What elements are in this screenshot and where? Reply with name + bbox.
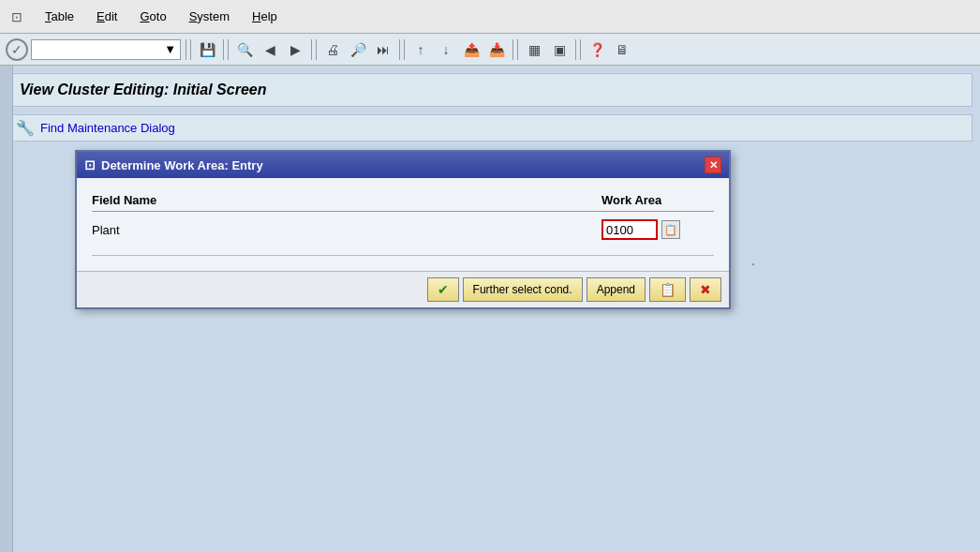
toolbar-separator-4 — [399, 39, 405, 60]
toolbar-prev-btn[interactable]: ◀ — [259, 38, 281, 61]
col-header-work-area: Work Area — [601, 193, 714, 207]
toolbar-separator-2 — [223, 39, 229, 60]
toolbar-print-btn[interactable]: 🖨 — [321, 38, 344, 61]
dialog-table: Field Name Work Area Plant 📋 — [92, 193, 714, 244]
toolbar-down-btn[interactable]: ↓ — [435, 38, 457, 61]
plant-field-label: Plant — [92, 223, 601, 237]
dot-indicator: . — [751, 253, 755, 268]
toolbar-monitor-btn[interactable]: 🖥 — [611, 38, 633, 61]
dialog-content: Field Name Work Area Plant 📋 — [77, 178, 729, 271]
table-row: Plant 📋 — [92, 216, 714, 244]
page-title: View Cluster Editing: Initial Screen — [20, 82, 960, 98]
cancel-icon: ✖ — [700, 282, 711, 297]
toolbar-separator — [186, 39, 191, 60]
left-panel — [0, 66, 13, 552]
copy-button[interactable]: 📋 — [649, 277, 686, 302]
dialog-footer: ✔ Further select cond. Append 📋 ✖ — [77, 271, 729, 307]
menu-goto[interactable]: Goto — [136, 7, 170, 25]
menu-help[interactable]: Help — [248, 7, 281, 25]
toolbar-save-btn[interactable]: 💾 — [196, 38, 218, 61]
toolbar-separator-5 — [512, 39, 518, 60]
toolbar-command-dropdown[interactable]: ▼ — [31, 39, 181, 60]
dialog-title-left: ⊡ Determine Work Area: Entry — [84, 157, 263, 172]
toolbar-find-next-btn[interactable]: ⏭ — [372, 38, 394, 61]
find-icon: 🔧 — [16, 119, 35, 137]
toolbar-layout2-btn[interactable]: ▣ — [548, 38, 571, 61]
app-icon: ⊡ — [7, 7, 26, 26]
dialog-close-button[interactable]: ✕ — [705, 157, 721, 173]
find-bar-label: Find Maintenance Dialog — [40, 121, 175, 135]
copy-icon: 📋 — [660, 282, 676, 297]
work-area-input[interactable] — [601, 219, 658, 240]
toolbar-separator-3 — [311, 39, 317, 60]
col-header-field-name: Field Name — [92, 193, 601, 207]
find-maintenance-bar[interactable]: 🔧 Find Maintenance Dialog — [7, 114, 973, 142]
further-select-label: Further select cond. — [473, 283, 572, 296]
dialog-title-icon: ⊡ — [84, 157, 96, 172]
cancel-button[interactable]: ✖ — [690, 277, 721, 302]
dialog-divider — [92, 255, 714, 256]
dialog-titlebar: ⊡ Determine Work Area: Entry ✕ — [77, 152, 729, 178]
toolbar-separator-6 — [575, 39, 581, 60]
work-area-cell: 📋 — [601, 219, 714, 240]
append-label: Append — [597, 283, 635, 296]
further-select-button[interactable]: Further select cond. — [463, 277, 583, 302]
toolbar-check-btn[interactable]: ✓ — [6, 38, 28, 61]
page-header: View Cluster Editing: Initial Screen — [7, 73, 973, 107]
menu-system[interactable]: System — [186, 7, 233, 25]
toolbar-search-btn[interactable]: 🔍 — [233, 38, 256, 61]
menu-bar: ⊡ Table Edit Goto System Help — [0, 0, 980, 34]
menu-table[interactable]: Table — [41, 7, 78, 25]
toolbar-next-btn[interactable]: ▶ — [284, 38, 306, 61]
menu-edit[interactable]: Edit — [93, 7, 121, 25]
toolbar-import-btn[interactable]: 📥 — [485, 38, 508, 61]
toolbar-layout-btn[interactable]: ▦ — [523, 38, 545, 61]
ok-button[interactable]: ✔ — [427, 277, 459, 302]
work-area-lookup-button[interactable]: 📋 — [661, 220, 680, 239]
dropdown-arrow-icon: ▼ — [164, 42, 176, 56]
toolbar-export-btn[interactable]: 📤 — [460, 38, 483, 61]
lookup-icon: 📋 — [664, 224, 677, 236]
toolbar-up-btn[interactable]: ↑ — [409, 38, 432, 61]
dialog-title-text: Determine Work Area: Entry — [101, 158, 263, 172]
append-button[interactable]: Append — [587, 277, 646, 302]
determine-work-area-dialog: ⊡ Determine Work Area: Entry ✕ Field Nam… — [75, 150, 731, 309]
ok-icon: ✔ — [438, 282, 449, 297]
main-area: View Cluster Editing: Initial Screen 🔧 F… — [0, 66, 980, 552]
toolbar-find-btn[interactable]: 🔎 — [347, 38, 369, 61]
toolbar: ✓ ▼ 💾 🔍 ◀ ▶ 🖨 🔎 ⏭ ↑ ↓ 📤 📥 ▦ ▣ ❓ 🖥 — [0, 34, 980, 66]
toolbar-help-btn[interactable]: ❓ — [586, 38, 608, 61]
dialog-table-header: Field Name Work Area — [92, 193, 714, 212]
